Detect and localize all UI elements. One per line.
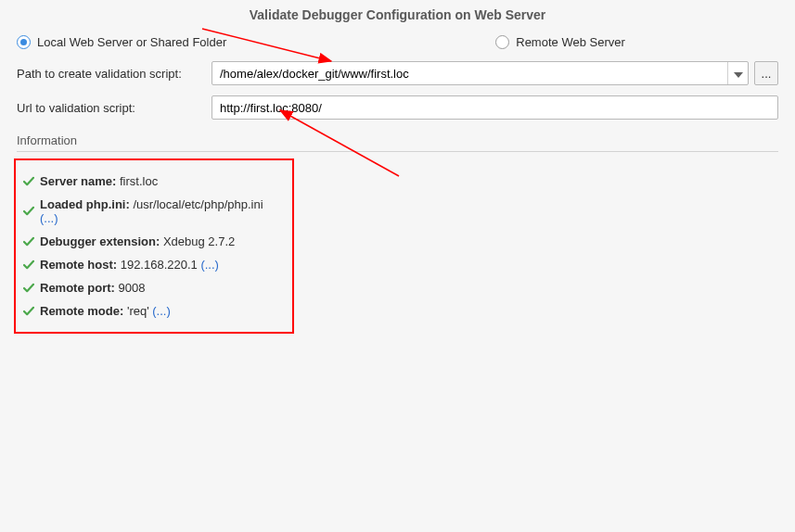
info-item: Loaded php.ini: /usr/local/etc/php/php.i…	[21, 193, 283, 230]
check-icon	[23, 306, 34, 317]
info-text: Server name: first.loc	[40, 174, 158, 188]
info-more-link[interactable]: (...)	[152, 304, 171, 318]
info-text: Debugger extension: Xdebug 2.7.2	[40, 234, 235, 248]
info-value: first.loc	[116, 174, 158, 188]
info-key: Debugger extension:	[40, 234, 160, 248]
info-text: Remote host: 192.168.220.1 (...)	[40, 258, 219, 272]
url-label: Url to validation script:	[17, 101, 204, 115]
path-row: Path to create validation script: ...	[0, 58, 795, 88]
browse-button[interactable]: ...	[754, 61, 778, 85]
remote-server-label: Remote Web Server	[516, 35, 625, 49]
dialog-title: Validate Debugger Configuration on Web S…	[0, 0, 795, 32]
info-key: Loaded php.ini:	[40, 197, 130, 211]
radio-unselected-icon	[495, 35, 509, 49]
info-more-link[interactable]: (...)	[40, 211, 58, 225]
path-label: Path to create validation script:	[17, 67, 204, 81]
info-item: Remote host: 192.168.220.1 (...)	[21, 253, 283, 276]
path-combobox[interactable]	[212, 61, 749, 85]
info-key: Remote mode:	[40, 304, 123, 318]
info-value: Xdebug 2.7.2	[160, 234, 235, 248]
check-icon	[23, 283, 34, 294]
path-input[interactable]	[212, 62, 727, 84]
local-server-label: Local Web Server or Shared Folder	[37, 35, 226, 49]
info-text: Remote port: 9008	[40, 281, 145, 295]
server-type-radios: Local Web Server or Shared Folder Remote…	[0, 32, 795, 58]
info-value: /usr/local/etc/php/php.ini	[130, 197, 263, 211]
check-icon	[23, 206, 34, 217]
info-text: Loaded php.ini: /usr/local/etc/php/php.i…	[40, 197, 281, 225]
chevron-down-icon	[734, 67, 743, 81]
url-row: Url to validation script:	[0, 93, 795, 122]
local-server-radio[interactable]: Local Web Server or Shared Folder	[17, 35, 226, 49]
info-key: Server name:	[40, 174, 116, 188]
info-item: Server name: first.loc	[21, 170, 283, 193]
check-icon	[23, 236, 34, 247]
info-key: Remote port:	[40, 281, 115, 295]
radio-selected-icon	[17, 35, 31, 49]
url-input[interactable]	[212, 95, 778, 120]
info-text: Remote mode: 'req' (...)	[40, 304, 171, 318]
info-value: 'req'	[123, 304, 152, 318]
info-more-link[interactable]: (...)	[200, 258, 219, 272]
info-key: Remote host:	[40, 258, 117, 272]
info-item: Remote mode: 'req' (...)	[21, 299, 283, 323]
info-value: 192.168.220.1	[117, 258, 200, 272]
check-icon	[23, 176, 34, 187]
information-heading: Information	[17, 133, 778, 147]
info-item: Remote port: 9008	[21, 276, 283, 299]
info-value: 9008	[115, 281, 146, 295]
divider	[17, 151, 778, 152]
info-item: Debugger extension: Xdebug 2.7.2	[21, 230, 283, 253]
remote-server-radio[interactable]: Remote Web Server	[495, 35, 625, 49]
path-dropdown-button[interactable]	[727, 62, 748, 84]
information-box: Server name: first.locLoaded php.ini: /u…	[14, 158, 294, 334]
check-icon	[23, 260, 34, 271]
